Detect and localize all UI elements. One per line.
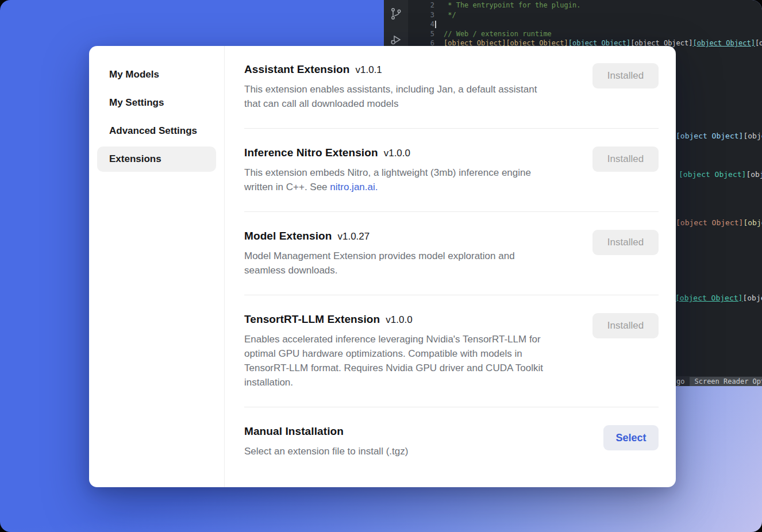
extension-version: v1.0.0 <box>384 148 410 159</box>
sidebar-item-extensions[interactable]: Extensions <box>97 147 216 172</box>
run-debug-icon[interactable] <box>389 33 403 47</box>
sidebar-item-my-settings[interactable]: My Settings <box>97 90 216 115</box>
sidebar-item-my-models[interactable]: My Models <box>97 62 216 87</box>
extensions-panel: Assistant Extension v1.0.1 This extensio… <box>225 46 676 487</box>
desktop-background: 2 * The entrypoint for the plugin. 3 */ … <box>0 0 762 532</box>
code-line: 4 <box>408 20 762 29</box>
nitro-jan-ai-link[interactable]: nitro.jan.ai. <box>330 182 378 192</box>
code-line: 5 // Web / extension runtime <box>408 29 762 39</box>
extension-description: Model Management Extension provides mode… <box>244 249 581 277</box>
extension-description: This extension embeds Nitro, a lightweig… <box>244 165 581 194</box>
source-control-icon[interactable] <box>389 7 403 21</box>
line-number: 2 <box>408 1 440 10</box>
extension-description: Enables accelerated inference leveraging… <box>244 332 581 390</box>
settings-modal: My Models My Settings Advanced Settings … <box>89 46 676 487</box>
code-text: * The entrypoint for the plugin. <box>440 1 580 10</box>
code-text: // Web / extension runtime <box>440 29 552 39</box>
extension-title: Assistant Extension <box>244 63 350 76</box>
settings-sidebar: My Models My Settings Advanced Settings … <box>89 46 225 487</box>
installed-button[interactable]: Installed <box>592 63 659 88</box>
extension-title: TensortRT-LLM Extension <box>244 313 380 326</box>
extension-row-nitro: Inference Nitro Extension v1.0.0 This ex… <box>244 129 659 212</box>
code-line: 3 */ <box>408 10 762 20</box>
code-text: */ <box>440 10 456 20</box>
line-number: 3 <box>408 10 440 20</box>
status-text: go <box>676 377 684 385</box>
line-number: 5 <box>408 29 440 39</box>
manual-installation-title: Manual Installation <box>244 425 344 438</box>
extension-description: This extension enables assistants, inclu… <box>244 82 581 111</box>
manual-installation-row: Manual Installation Select an extension … <box>244 407 659 476</box>
manual-installation-description: Select an extension file to install (.tg… <box>244 444 592 458</box>
extension-row-tensorrt: TensortRT-LLM Extension v1.0.0 Enables a… <box>244 295 659 407</box>
code-fragment: [object Object][object Object][object Ob… <box>679 170 762 179</box>
extension-title: Model Extension <box>244 230 332 242</box>
code-line: 2 * The entrypoint for the plugin. <box>408 1 762 10</box>
screen-reader-optimized-status[interactable]: Screen Reader Optimize <box>690 377 762 386</box>
installed-button[interactable]: Installed <box>592 147 659 172</box>
extension-version: v1.0.1 <box>356 64 382 76</box>
select-file-button[interactable]: Select <box>603 425 659 450</box>
code-lines: 2 * The entrypoint for the plugin. 3 */ … <box>408 1 762 48</box>
extension-row-model: Model Extension v1.0.27 Model Management… <box>244 212 659 295</box>
installed-button[interactable]: Installed <box>592 313 659 338</box>
text-cursor <box>435 21 436 28</box>
code-fragment: [object Object][object Object] <box>675 294 762 302</box>
code-fragment: [object Object][object Object][object Ob… <box>676 218 762 227</box>
code-text <box>440 20 444 29</box>
extension-version: v1.0.0 <box>386 314 412 326</box>
screenshot-root: 2 * The entrypoint for the plugin. 3 */ … <box>0 0 762 532</box>
extension-title: Inference Nitro Extension <box>244 147 378 159</box>
code-fragment: [object Object][object Object][object Ob… <box>676 132 762 140</box>
extension-row-assistant: Assistant Extension v1.0.1 This extensio… <box>244 46 659 129</box>
extension-version: v1.0.27 <box>337 231 370 242</box>
sidebar-item-advanced-settings[interactable]: Advanced Settings <box>97 118 216 144</box>
installed-button[interactable]: Installed <box>592 230 659 255</box>
